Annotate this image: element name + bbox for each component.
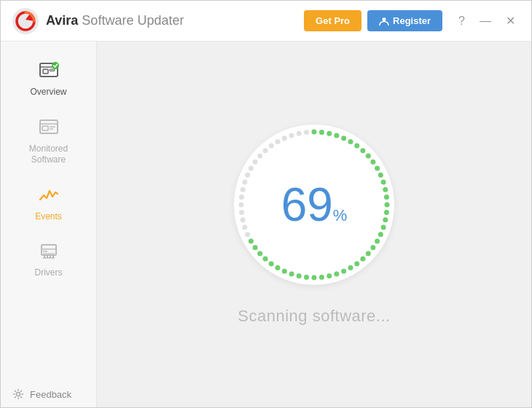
svg-point-25 [334, 133, 339, 138]
svg-point-61 [253, 245, 258, 250]
svg-point-21 [17, 393, 20, 396]
svg-point-37 [385, 203, 390, 208]
svg-point-47 [348, 265, 353, 270]
svg-rect-9 [42, 126, 48, 130]
svg-point-48 [341, 269, 346, 274]
svg-point-81 [304, 130, 309, 135]
svg-point-38 [384, 210, 389, 215]
svg-point-58 [269, 261, 274, 266]
svg-point-6 [52, 62, 59, 69]
svg-point-72 [249, 166, 254, 171]
svg-point-50 [326, 273, 332, 278]
get-pro-button[interactable]: Get Pro [304, 10, 361, 31]
svg-rect-10 [50, 126, 55, 128]
sidebar: Overview Monitored Software Events [1, 42, 97, 408]
svg-point-55 [289, 272, 294, 277]
drivers-icon [37, 240, 60, 263]
svg-point-54 [297, 273, 302, 278]
sidebar-item-events[interactable]: Events [1, 173, 96, 230]
overview-icon [37, 59, 60, 82]
svg-point-64 [242, 224, 247, 230]
svg-point-33 [378, 173, 383, 178]
svg-point-52 [312, 275, 317, 280]
titlebar: Avira Software Updater Get Pro Register … [1, 1, 531, 42]
svg-point-49 [334, 272, 339, 277]
sidebar-item-monitored-software[interactable]: Monitored Software [1, 106, 96, 173]
sidebar-item-drivers[interactable]: Drivers [1, 230, 96, 286]
svg-point-67 [239, 203, 244, 208]
feedback-gear-icon [12, 388, 24, 400]
svg-point-27 [348, 139, 353, 144]
svg-point-56 [282, 269, 287, 274]
svg-point-34 [381, 180, 386, 185]
svg-point-1 [383, 17, 386, 21]
help-button[interactable]: ? [454, 13, 469, 29]
svg-point-66 [239, 210, 244, 215]
svg-point-71 [245, 173, 250, 178]
svg-point-40 [381, 224, 386, 230]
drivers-label: Drivers [35, 267, 63, 279]
progress-number: 69 [281, 181, 333, 228]
svg-rect-11 [50, 128, 53, 130]
svg-point-75 [263, 148, 268, 153]
main-layout: Overview Monitored Software Events [1, 42, 531, 408]
svg-point-41 [378, 232, 383, 237]
avira-logo-icon [12, 8, 39, 34]
svg-point-63 [245, 232, 250, 237]
svg-point-70 [242, 180, 247, 185]
svg-point-28 [354, 144, 359, 149]
svg-point-43 [370, 245, 375, 250]
progress-percent-symbol: % [333, 206, 348, 225]
svg-point-36 [384, 195, 389, 200]
svg-point-60 [257, 251, 262, 256]
svg-point-76 [269, 144, 274, 149]
svg-rect-4 [43, 69, 48, 74]
svg-point-30 [366, 154, 371, 159]
titlebar-action-buttons: Get Pro Register ? — ✕ [304, 10, 520, 31]
svg-rect-5 [50, 69, 55, 71]
svg-point-45 [360, 256, 365, 262]
main-content: 69 % Scanning software... [97, 42, 531, 408]
feedback-bar[interactable]: Feedback [1, 380, 96, 408]
svg-point-74 [257, 154, 262, 159]
app-name-group: Avira Software Updater [46, 13, 184, 28]
svg-point-44 [366, 251, 371, 256]
svg-point-26 [341, 136, 346, 141]
progress-text: 69 % [281, 181, 348, 228]
close-button[interactable]: ✕ [501, 12, 520, 29]
svg-point-39 [383, 217, 388, 222]
scanning-status-text: Scanning software... [238, 307, 390, 326]
svg-point-69 [240, 187, 246, 192]
svg-point-65 [240, 217, 246, 222]
app-subtitle: Software Updater [78, 13, 184, 28]
feedback-label: Feedback [30, 389, 71, 400]
svg-point-24 [326, 131, 332, 136]
svg-point-29 [360, 148, 365, 153]
app-brand: Avira [46, 13, 78, 28]
svg-point-79 [289, 133, 294, 138]
svg-point-53 [304, 275, 309, 280]
svg-point-78 [282, 136, 287, 141]
svg-point-57 [275, 265, 281, 270]
svg-point-22 [312, 130, 317, 135]
events-label: Events [35, 211, 62, 223]
svg-point-32 [375, 166, 380, 171]
register-button[interactable]: Register [367, 10, 442, 31]
svg-point-31 [370, 160, 375, 165]
svg-point-51 [319, 275, 324, 280]
svg-point-62 [249, 239, 254, 244]
user-icon [379, 16, 389, 26]
overview-label: Overview [30, 87, 66, 98]
svg-point-68 [239, 195, 244, 200]
svg-point-59 [263, 256, 268, 262]
monitored-software-icon [37, 116, 60, 139]
minimize-button[interactable]: — [475, 13, 496, 29]
svg-point-73 [253, 160, 258, 165]
svg-point-80 [297, 131, 302, 136]
svg-point-77 [275, 139, 281, 144]
window-controls: ? — ✕ [454, 12, 520, 29]
svg-point-42 [375, 239, 380, 244]
progress-circle-container: 69 % [234, 125, 394, 285]
svg-point-46 [354, 261, 359, 266]
sidebar-item-overview[interactable]: Overview [1, 49, 96, 106]
